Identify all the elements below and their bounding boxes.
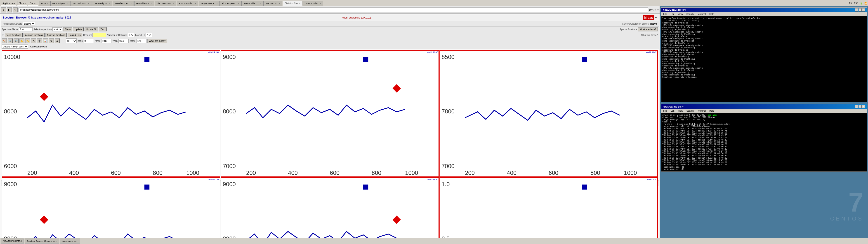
ymin-label: YMin xyxy=(112,40,118,42)
star-icon[interactable]: ☆ xyxy=(654,8,656,11)
svg-text:600: 600 xyxy=(330,170,340,176)
terminal-close-btn[interactable]: × xyxy=(862,105,865,108)
chart-cell-5: aida09 1 8.W 9000 8000 7000 200 400 600 … xyxy=(221,177,439,238)
layout-el-select[interactable]: 7 xyxy=(146,33,152,37)
applications-menu[interactable]: Applications xyxy=(1,1,16,6)
zero-button[interactable]: Zero xyxy=(99,27,107,31)
xmax-input[interactable] xyxy=(101,39,112,43)
aida-menu-terminal[interactable]: Terminal xyxy=(696,13,707,16)
what-are-these3[interactable]: What are these? xyxy=(147,39,167,43)
tab-led[interactable]: LED and Wav...× xyxy=(71,1,91,6)
taskbar-btn-aida[interactable]: AIDA MIDAS HTTPd xyxy=(1,239,24,244)
aida-menu-edit[interactable]: Edit xyxy=(669,13,676,16)
aida-menu-file[interactable]: File xyxy=(662,13,668,16)
aida-close-btn[interactable]: × xyxy=(862,8,865,11)
terminal-menu-help[interactable]: Help xyxy=(708,109,715,112)
what-are-these2: What are these? xyxy=(641,34,658,36)
svg-text:600: 600 xyxy=(111,170,121,176)
taskbar-bottom: AIDA MIDAS HTTPd Spectrum Browser @ carm… xyxy=(0,238,868,244)
svg-text:8000: 8000 xyxy=(223,236,236,238)
charts-grid: aida09 1 4.W 10000 8000 6000 200 400 600… xyxy=(1,49,659,180)
tab-fadc[interactable]: FADC Align &...× xyxy=(51,1,70,6)
svg-rect-48 xyxy=(363,185,368,189)
places-menu[interactable]: Places xyxy=(17,1,27,6)
update-all-button[interactable]: Update All xyxy=(85,27,98,31)
view-functions-btn[interactable]: View functions xyxy=(5,33,23,37)
terminal-menu-file[interactable]: File xyxy=(662,109,668,112)
tab-asic[interactable]: ASIC Control 0...× xyxy=(177,1,198,6)
terminal-menu-view[interactable]: View xyxy=(677,109,684,112)
tab-lastactivity[interactable]: Last activity m...× xyxy=(92,1,112,6)
tab-waveform[interactable]: Waveform cap...× xyxy=(113,1,133,6)
aida-menu-help[interactable]: Help xyxy=(708,13,715,16)
svg-rect-19 xyxy=(363,57,368,62)
channel-label: Channel xyxy=(83,34,92,36)
tool-zoom-in[interactable]: 🔍 xyxy=(8,38,13,43)
tool-settings[interactable]: ⚙ xyxy=(49,38,54,43)
tool-zoom-out[interactable]: 🔎 xyxy=(13,38,19,43)
aida-window-content: loading Spectrum.tcl > can not find chan… xyxy=(661,16,867,102)
zoom-level: 80% xyxy=(649,8,653,11)
tool-crosshair[interactable]: ➕ xyxy=(37,38,42,43)
tab-temperature[interactable]: Temperature a...× xyxy=(199,1,220,6)
address-bar-right: 80% ☆ ≡ xyxy=(649,8,659,11)
svg-text:7800: 7800 xyxy=(441,108,455,115)
tab-gsiwhite[interactable]: GSI White Ru...× xyxy=(134,1,155,6)
acq-server-select[interactable]: aida09 xyxy=(23,22,35,26)
tool-pencil[interactable]: ✏️ xyxy=(25,38,30,43)
back-button[interactable]: ◀ xyxy=(1,7,6,12)
chart-canvas-1: 10000 8000 6000 200 400 600 800 1000 xyxy=(2,51,220,177)
centos-text: CENTOS xyxy=(830,216,864,222)
tool-print[interactable]: 🖨 xyxy=(55,38,60,43)
select-spectrum-select[interactable]: multi xyxy=(53,27,62,31)
tab-systemwide[interactable]: System wide C...× xyxy=(241,1,263,6)
spectrum-name-input[interactable] xyxy=(19,27,33,31)
terminal-minimize-btn[interactable]: _ xyxy=(855,105,858,108)
update-button[interactable]: Update xyxy=(73,27,84,31)
ymax-input[interactable] xyxy=(136,39,147,43)
update-rate-select[interactable]: Update Rate (4 secs) xyxy=(2,44,28,49)
tab-discriminator[interactable]: Discriminator 0...× xyxy=(155,1,176,6)
tab-spectrum-br[interactable]: Spectrum Br...× xyxy=(264,1,282,6)
aida-menu-view[interactable]: View xyxy=(677,13,684,16)
url-input[interactable] xyxy=(19,7,648,12)
analysis-functions-btn[interactable]: Analysis functions xyxy=(45,33,67,37)
tab-plot-temp[interactable]: Plot Temperati...× xyxy=(220,1,241,6)
channel-input[interactable] xyxy=(92,33,106,37)
aida-maximize-btn[interactable]: □ xyxy=(859,8,862,11)
aida-minimize-btn[interactable]: _ xyxy=(855,8,858,11)
aida-menu-search[interactable]: Search xyxy=(685,13,695,16)
refresh-button[interactable]: ↻ xyxy=(13,7,18,12)
tab-aida[interactable]: AIDA× xyxy=(39,1,50,6)
range-select[interactable]: all new linear xyxy=(66,38,76,43)
taskbar-btn-terminal[interactable]: npg@carme-gsi:~ xyxy=(60,239,80,244)
tool-graph[interactable]: 📊 xyxy=(43,38,48,43)
terminal-menu-edit[interactable]: Edit xyxy=(669,109,676,112)
chart-canvas-5: 9000 8000 7000 200 400 600 800 1000 xyxy=(221,178,438,238)
xmin-input[interactable] xyxy=(84,39,94,43)
tool-hand[interactable]: ✋ xyxy=(20,38,24,43)
tab-runcontrol[interactable]: Run Control 0...× xyxy=(303,1,323,6)
spectrum-name-label: Spectrum Name xyxy=(2,28,18,31)
show-button[interactable]: Show xyxy=(63,27,72,31)
tags-fills-btn[interactable]: Tags & Fills xyxy=(68,33,82,37)
tab-statistics[interactable]: Statistics @ ca× xyxy=(283,1,303,6)
terminal-maximize-btn[interactable]: □ xyxy=(859,105,862,108)
number-galleries-select[interactable]: 3 xyxy=(128,33,134,37)
ymin-input[interactable] xyxy=(119,39,129,43)
clock-display: Fri 16:58 xyxy=(849,2,858,4)
svg-text:800: 800 xyxy=(372,170,381,176)
taskbar-btn-spectrum[interactable]: Spectrum Browser @ carme-gsi... xyxy=(25,239,59,244)
taskbar-time-area: Fri 16:58 🔋 📶 xyxy=(849,2,867,4)
terminal-menu-terminal[interactable]: Terminal xyxy=(696,109,707,112)
tool-home[interactable]: 🏠 xyxy=(2,38,7,43)
what-are-these-1[interactable]: What are these? xyxy=(638,27,658,31)
arrange-functions-btn[interactable]: Arrange functions xyxy=(24,33,44,37)
aida-window-titlebar: AIDA MIDAS HTTPd _ □ × xyxy=(661,8,867,12)
tool-select[interactable]: ↖ xyxy=(31,38,36,43)
centos-number: 7 xyxy=(848,188,864,216)
menu-icon[interactable]: ≡ xyxy=(657,8,659,11)
firefox-menu[interactable]: Firefox xyxy=(28,1,38,6)
terminal-menu-search[interactable]: Search xyxy=(685,109,695,112)
forward-button[interactable]: ▶ xyxy=(7,7,12,12)
